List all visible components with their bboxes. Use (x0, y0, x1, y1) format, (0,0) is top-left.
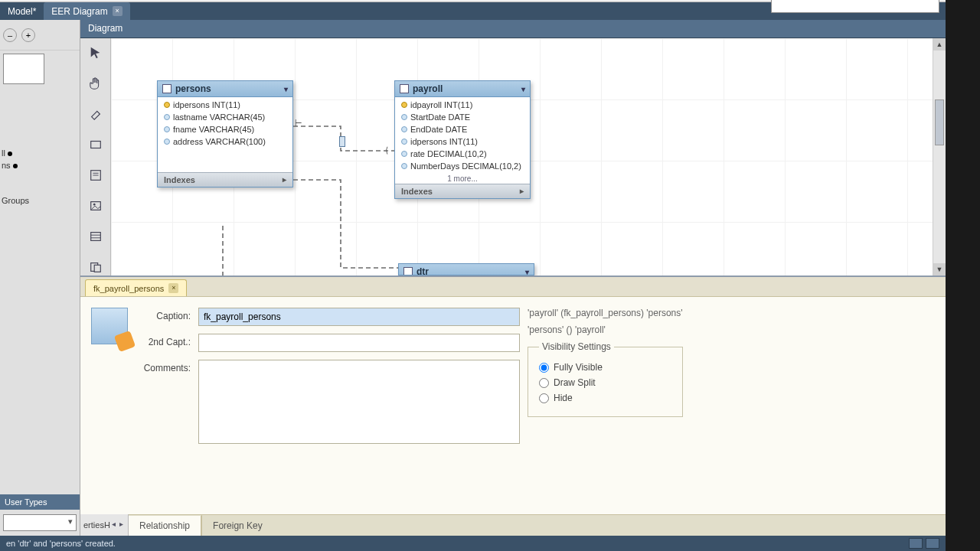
table-icon (400, 84, 409, 93)
scroll-down-icon[interactable]: ▼ (933, 263, 946, 276)
table-tool-icon[interactable] (87, 228, 104, 245)
tab-model[interactable]: Model* (0, 2, 44, 20)
close-icon[interactable]: × (168, 283, 178, 293)
column-row[interactable]: StartDate DATE (395, 111, 530, 123)
collapse-icon[interactable]: ▾ (284, 85, 288, 93)
visibility-fieldset: Visibility Settings Fully Visible Draw S… (528, 341, 683, 417)
svg-rect-0 (90, 142, 100, 148)
indexes-bar[interactable]: Indexes▸ (158, 172, 292, 187)
table-icon (162, 84, 172, 93)
view-tool-icon[interactable] (87, 259, 104, 276)
pointer-tool-icon[interactable] (87, 44, 104, 61)
comments-textarea[interactable] (198, 360, 520, 444)
diagram-canvas[interactable]: persons ▾ idpersons INT(11) lastname VAR… (111, 38, 933, 276)
status-message: en 'dtr' and 'persons' created. (6, 539, 116, 548)
tree-groups[interactable]: Groups (2, 194, 78, 207)
zoom-out-icon[interactable]: – (3, 28, 17, 42)
svg-point-5 (93, 204, 95, 206)
label-second-caption: 2nd Capt.: (137, 334, 191, 347)
svg-rect-10 (94, 265, 100, 272)
label-caption: Caption: (137, 308, 191, 321)
close-icon[interactable]: × (113, 6, 122, 16)
diagram-header: Diagram (80, 20, 946, 38)
collapse-icon[interactable]: ▾ (521, 85, 525, 93)
entity-title: payroll (413, 83, 443, 94)
canvas-vscrollbar[interactable]: ▲ ▼ (933, 38, 946, 276)
zoom-in-icon[interactable]: + (21, 28, 35, 42)
collapse-icon[interactable]: ▾ (525, 268, 529, 276)
relationship-icon (91, 308, 128, 344)
left-sidebar: – + ll ns Groups User Types (0, 20, 80, 536)
entity-title: dtr (416, 266, 429, 276)
column-row[interactable]: NumberDays DECIMAL(10,2) (395, 160, 530, 172)
tab-foreign-key[interactable]: Foreign Key (202, 516, 273, 536)
column-row[interactable]: idpayroll INT(11) (395, 99, 530, 111)
svg-text:⟨: ⟨ (385, 145, 388, 155)
status-button[interactable] (926, 538, 939, 549)
radio-hide[interactable] (539, 393, 549, 403)
relationship-handle[interactable] (339, 136, 345, 147)
svg-rect-6 (90, 233, 100, 241)
image-tool-icon[interactable] (87, 197, 104, 214)
column-row[interactable]: rate DECIMAL(10,2) (395, 148, 530, 160)
radio-draw-split[interactable] (539, 378, 549, 388)
column-row[interactable]: idpersons INT(11) (395, 135, 530, 148)
column-row[interactable]: lastname VARCHAR(45) (158, 111, 292, 123)
relationship-desc-2: 'persons' () 'payroll' (528, 324, 683, 335)
more-indicator[interactable]: 1 more... (395, 174, 530, 184)
column-row[interactable]: fname VARCHAR(45) (158, 123, 292, 135)
entity-title: persons (175, 83, 211, 94)
usertype-combo[interactable] (3, 514, 77, 531)
caption-input[interactable] (198, 308, 520, 326)
property-bottom-tabs: Relationship Foreign Key (129, 514, 946, 536)
column-row[interactable]: idpersons INT(11) (158, 99, 292, 111)
properties-panel: fk_payroll_persons × Caption: 'payroll' … (80, 276, 946, 536)
relationship-desc-1: 'payroll' (fk_payroll_persons) 'persons' (528, 308, 683, 318)
scroll-up-icon[interactable]: ▲ (933, 38, 946, 51)
table-icon (403, 267, 413, 276)
navigator-thumbnail[interactable] (3, 54, 44, 84)
hand-tool-icon[interactable] (87, 75, 104, 92)
erase-tool-icon[interactable] (87, 106, 104, 122)
entity-payroll[interactable]: payroll ▾ idpayroll INT(11) StartDate DA… (394, 80, 531, 199)
tab-eer-diagram[interactable]: EER Diagram × (44, 2, 129, 20)
status-button[interactable] (909, 538, 923, 549)
toolbar-search[interactable] (771, 0, 939, 13)
nav-next-icon[interactable]: ▸ (117, 520, 125, 530)
note-tool-icon[interactable] (87, 167, 104, 184)
svg-text:⊢: ⊢ (295, 119, 302, 128)
second-caption-input[interactable] (198, 334, 520, 352)
status-bar: en 'dtr' and 'persons' created. (0, 536, 946, 551)
scroll-thumb[interactable] (935, 99, 944, 145)
document-tabs: Model* EER Diagram × (0, 2, 946, 20)
label-comments: Comments: (137, 360, 191, 373)
layer-tool-icon[interactable] (87, 136, 104, 153)
indexes-bar[interactable]: Indexes▸ (395, 184, 530, 198)
column-row[interactable]: EndDate DATE (395, 123, 530, 135)
diagram-toolbar (80, 38, 111, 276)
nav-prev-icon[interactable]: ◂ (110, 520, 118, 530)
catalog-tree[interactable]: ll ns Groups (0, 142, 80, 494)
column-row[interactable]: address VARCHAR(100) (158, 135, 292, 148)
entity-persons[interactable]: persons ▾ idpersons INT(11) lastname VAR… (157, 80, 293, 187)
entity-dtr[interactable]: dtr ▾ (398, 263, 534, 276)
side-properties-tab[interactable]: erties H ◂ ▸ (80, 514, 129, 536)
radio-fully-visible[interactable] (539, 363, 549, 373)
section-user-types[interactable]: User Types (0, 494, 80, 510)
property-tab-fk[interactable]: fk_payroll_persons × (85, 279, 187, 296)
tab-relationship[interactable]: Relationship (129, 516, 201, 536)
